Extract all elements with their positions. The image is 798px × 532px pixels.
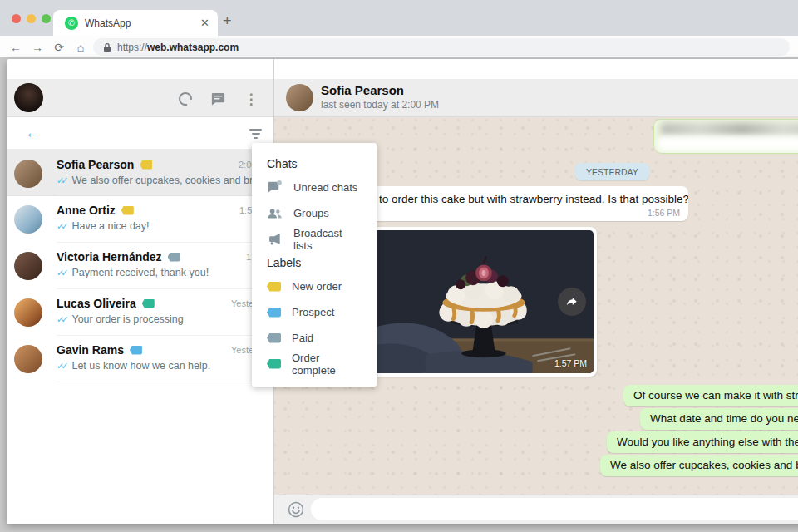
avatar <box>14 160 42 188</box>
groups-icon <box>267 205 283 221</box>
menu-item-label-paid[interactable]: Paid <box>252 325 377 351</box>
avatar <box>14 345 42 373</box>
chat-snippet: Your order is processing <box>71 313 183 325</box>
new-tab-button[interactable]: + <box>223 12 232 30</box>
chat-sidebar: ⋮ ← Sofía Pearson 2:00 ✓✓We also offer c… <box>7 59 274 524</box>
contact-status: last seen today at 2:00 PM <box>321 99 439 111</box>
url-text: https://web.whatsapp.com <box>117 42 239 53</box>
label-tag-icon <box>267 359 281 369</box>
status-icon[interactable] <box>176 90 195 108</box>
chat-snippet: We also offer cupcakes, cookies and brow… <box>71 175 271 186</box>
chat-list-item-anne[interactable]: Anne Ortiz 1:57 ✓✓Have a nice day! <box>7 196 273 243</box>
chat-name: Gavin Rams <box>57 343 124 357</box>
back-nav-icon[interactable]: ← <box>7 36 25 58</box>
reload-icon[interactable]: ⟳ <box>50 36 68 58</box>
sidebar-header: ⋮ <box>7 79 273 117</box>
menu-item-label-prospect[interactable]: Prospect <box>252 299 377 325</box>
chat-list-item-lucas[interactable]: Lucas Oliveira Yesterday ✓✓Your order is… <box>7 289 273 336</box>
menu-item-label: Paid <box>292 332 313 344</box>
menu-item-label-order-complete[interactable]: Order complete <box>252 351 377 377</box>
outgoing-message[interactable]: What date and time do you need it <box>640 408 798 430</box>
forward-nav-icon[interactable]: → <box>28 36 47 58</box>
chat-name: Victoria Hernández <box>57 250 162 264</box>
chat-name: Sofía Pearson <box>57 158 134 171</box>
double-check-icon: ✓✓ <box>57 314 71 324</box>
menu-item-unread-chats[interactable]: Unread chats <box>252 175 377 200</box>
tab-close-icon[interactable]: ✕ <box>200 17 209 29</box>
sidebar-subheader: ← <box>7 117 273 150</box>
whatsapp-web-window: ⋮ ← Sofía Pearson 2:00 ✓✓We also offer c… <box>7 59 798 524</box>
whatsapp-favicon: ✆ <box>65 17 78 30</box>
chat-list-item-gavin[interactable]: Gavin Rams Yesterday ✓✓Let us know how w… <box>7 336 273 382</box>
outgoing-message[interactable]: Of course we can make it with strawb <box>623 385 798 406</box>
sidebar-menu-icon[interactable]: ⋮ <box>242 90 260 108</box>
outgoing-message-text: Would you like anything else with the or <box>617 436 798 448</box>
menu-item-label-new-order[interactable]: New order <box>252 273 377 299</box>
label-tag-icon <box>267 333 281 343</box>
date-divider: YESTERDAY <box>575 163 649 180</box>
photo-message-time: 1:57 PM <box>554 358 587 368</box>
home-icon[interactable]: ⌂ <box>71 36 90 58</box>
chat-list-item-victoria[interactable]: Victoria Hernández 1:10 ✓✓Payment receiv… <box>7 243 273 289</box>
chat-snippet: Payment received, thank you! <box>71 267 209 278</box>
chat-list-item-sofia[interactable]: Sofía Pearson 2:00 ✓✓We also offer cupca… <box>7 150 273 196</box>
menu-item-label: Unread chats <box>293 181 357 194</box>
double-check-icon: ✓✓ <box>57 361 71 371</box>
chat-name: Anne Ortiz <box>57 204 116 217</box>
avatar <box>14 298 42 327</box>
unread-chats-icon <box>267 180 283 195</box>
menu-item-label: New order <box>292 280 342 293</box>
browser-tab[interactable]: ✆ WhatsApp ✕ <box>53 10 218 36</box>
back-icon[interactable]: ← <box>25 124 41 142</box>
contact-avatar[interactable] <box>286 84 313 111</box>
label-tag-icon <box>140 160 152 170</box>
conversation-header[interactable]: Sofía Pearson last seen today at 2:00 PM <box>274 79 798 117</box>
message-input[interactable] <box>311 498 798 520</box>
label-tag-icon <box>168 253 180 262</box>
menu-item-label: Groups <box>293 207 329 219</box>
incoming-message-time: 1:56 PM <box>648 208 680 218</box>
tab-title: WhatsApp <box>85 17 200 29</box>
double-check-icon: ✓✓ <box>57 221 71 231</box>
outgoing-message-text: What date and time do you need it <box>650 412 798 425</box>
filter-menu: Chats Unread chats Groups Broadcast list… <box>252 143 377 387</box>
maximize-window-button[interactable] <box>42 14 51 23</box>
chat-list: Sofía Pearson 2:00 ✓✓We also offer cupca… <box>7 150 273 524</box>
window-controls <box>12 14 51 23</box>
address-bar[interactable]: https://web.whatsapp.com <box>93 38 790 56</box>
minimize-window-button[interactable] <box>27 14 36 23</box>
outgoing-message[interactable]: Would you like anything else with the or <box>607 431 798 453</box>
broadcast-icon <box>267 231 283 247</box>
new-chat-icon[interactable] <box>209 90 227 108</box>
label-tag-icon <box>267 282 281 292</box>
double-check-icon: ✓✓ <box>57 175 71 185</box>
filter-icon[interactable] <box>249 129 262 139</box>
blurred-message <box>653 119 798 154</box>
chat-snippet: Let us know how we can help. <box>71 360 210 372</box>
label-tag-icon <box>267 308 281 318</box>
label-tag-icon <box>130 346 142 355</box>
menu-item-groups[interactable]: Groups <box>252 200 377 226</box>
lock-icon <box>103 42 111 52</box>
menu-item-label: Prospect <box>292 306 334 318</box>
profile-avatar[interactable] <box>14 83 43 112</box>
avatar <box>14 252 42 280</box>
menu-item-label: Order complete <box>292 352 362 377</box>
menu-item-broadcast-lists[interactable]: Broadcast lists <box>252 226 377 252</box>
close-window-button[interactable] <box>12 14 21 23</box>
menu-section-chats: Chats <box>252 153 377 175</box>
chat-snippet: Have a nice day! <box>71 220 149 232</box>
menu-item-label: Broadcast lists <box>293 227 362 252</box>
chat-name: Lucas Oliveira <box>57 297 136 310</box>
label-tag-icon <box>121 206 134 215</box>
double-check-icon: ✓✓ <box>57 268 71 278</box>
outgoing-message-text: Of course we can make it with strawb <box>633 389 798 401</box>
avatar <box>14 205 42 234</box>
forward-button[interactable] <box>558 288 586 316</box>
emoji-icon[interactable] <box>287 500 305 519</box>
message-input-bar <box>274 495 798 524</box>
incoming-message-text: to order this cake but with strawberry i… <box>379 193 688 205</box>
menu-section-labels: Labels <box>252 252 377 273</box>
browser-chrome: ✆ WhatsApp ✕ + ← → ⟳ ⌂ https://web.whats… <box>0 0 798 59</box>
outgoing-message[interactable]: We also offer cupcakes, cookies and brow <box>600 455 798 476</box>
